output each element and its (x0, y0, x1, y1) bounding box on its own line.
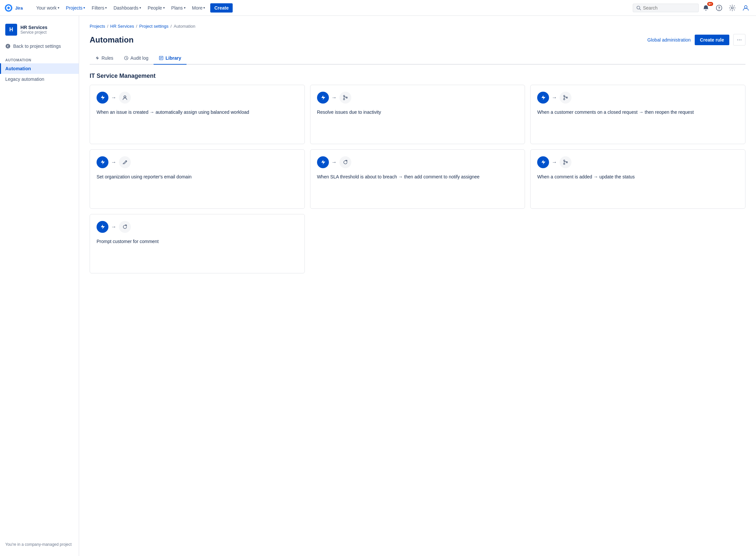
project-type: Service project (21, 30, 47, 35)
nav-filters[interactable]: Filters ▾ (89, 4, 109, 12)
card-set-organization[interactable]: → Set organization using reporter's emai… (90, 149, 305, 209)
card-resolve-inactivity[interactable]: → Resolve issues due to inactivity (310, 85, 525, 144)
search-icon (636, 6, 641, 10)
breadcrumb-project-settings[interactable]: Project settings (139, 24, 168, 29)
tab-audit-log[interactable]: Audit log (119, 52, 154, 65)
profile-icon (742, 4, 749, 11)
bolt-icon-blue (537, 92, 549, 104)
sidebar-item-legacy-automation[interactable]: Legacy automation (0, 74, 79, 84)
tabs: Rules Audit log Library (90, 52, 746, 65)
bolt-icon (95, 56, 100, 60)
svg-text:Jira: Jira (15, 6, 23, 10)
chevron-icon: ▾ (105, 6, 107, 9)
breadcrumb-projects[interactable]: Projects (90, 24, 105, 29)
back-icon (5, 43, 10, 49)
cards-grid: → When an issue is created → automatical… (90, 85, 746, 273)
svg-point-6 (731, 7, 733, 9)
jira-logo[interactable]: Jira (4, 3, 30, 12)
card-prompt-customer[interactable]: → Prompt customer for comment (90, 214, 305, 273)
back-to-settings[interactable]: Back to project settings (0, 41, 79, 51)
page-header: Automation Global administration Create … (90, 34, 746, 45)
breadcrumb: Projects / HR Services / Project setting… (90, 24, 746, 29)
pen-icon (119, 156, 131, 168)
help-button[interactable]: ? (713, 3, 725, 12)
svg-point-8 (6, 44, 10, 48)
project-header: H HR Services Service project (0, 21, 79, 41)
page-actions: Global administration Create rule ··· (647, 34, 746, 45)
branch-icon-2 (560, 92, 571, 104)
search-input[interactable] (643, 5, 689, 10)
more-options-button[interactable]: ··· (733, 34, 746, 45)
create-rule-button[interactable]: Create rule (695, 35, 729, 45)
sidebar-footer: You're in a company-managed project (0, 538, 79, 551)
svg-point-13 (343, 99, 345, 100)
svg-line-3 (640, 8, 641, 10)
chevron-icon: ▾ (203, 6, 205, 9)
bolt-icon-blue (97, 156, 108, 168)
nav-plans[interactable]: Plans ▾ (169, 4, 188, 12)
main-content: Projects / HR Services / Project setting… (79, 16, 756, 556)
tab-library[interactable]: Library (154, 52, 186, 65)
bolt-icon-blue (97, 92, 108, 104)
chevron-icon: ▾ (83, 6, 85, 9)
svg-text:?: ? (718, 6, 720, 10)
create-button[interactable]: Create (210, 3, 233, 12)
svg-point-19 (564, 163, 565, 165)
svg-point-7 (745, 6, 747, 8)
card-text: Prompt customer for comment (97, 238, 298, 245)
card-text: When an issue is created → automatically… (97, 109, 298, 116)
tab-rules[interactable]: Rules (90, 52, 119, 65)
nav-more[interactable]: More ▾ (189, 4, 208, 12)
branch-icon (339, 92, 351, 104)
card-text: When a comment is added → update the sta… (537, 173, 739, 180)
profile-button[interactable] (740, 3, 752, 13)
branch-icon-3 (560, 156, 571, 168)
card-text: Resolve issues due to inactivity (317, 109, 518, 116)
gear-icon (729, 5, 735, 11)
svg-point-11 (124, 96, 126, 98)
chevron-icon: ▾ (140, 6, 141, 9)
card-comment-added-status[interactable]: → When a comment is added → update the s… (530, 149, 746, 209)
notifications[interactable]: 9+ (700, 3, 712, 12)
chevron-icon: ▾ (58, 6, 59, 9)
card-customer-comments-reopen[interactable]: → When a customer comments on a closed r… (530, 85, 746, 144)
breadcrumb-current: Automation (174, 24, 195, 29)
card-sla-threshold[interactable]: → When SLA threshold is about to breach … (310, 149, 525, 209)
sidebar: H HR Services Service project Back to pr… (0, 16, 79, 556)
bolt-icon-blue (317, 156, 329, 168)
settings-button[interactable] (726, 3, 738, 12)
chevron-icon: ▾ (163, 6, 165, 9)
svg-point-16 (564, 99, 565, 100)
refresh-icon-2 (119, 221, 131, 233)
card-issue-created[interactable]: → When an issue is created → automatical… (90, 85, 305, 144)
card-text: Set organization using reporter's email … (97, 173, 298, 180)
section-title: IT Service Management (90, 73, 746, 79)
bolt-icon-blue (537, 156, 549, 168)
search-bar[interactable] (633, 4, 698, 12)
app-layout: H HR Services Service project Back to pr… (0, 16, 756, 556)
nav-people[interactable]: People ▾ (145, 4, 167, 12)
person-icon (119, 92, 131, 104)
nav-projects[interactable]: Projects ▾ (63, 4, 88, 12)
global-admin-link[interactable]: Global administration (647, 37, 691, 42)
top-nav: Jira Your work ▾ Projects ▾ Filters ▾ Da… (0, 0, 756, 16)
notification-badge: 9+ (707, 2, 713, 6)
clock-icon (124, 56, 128, 60)
sidebar-section-label: AUTOMATION (0, 56, 79, 63)
nav-your-work[interactable]: Your work ▾ (34, 4, 62, 12)
card-text: When a customer comments on a closed req… (537, 109, 739, 116)
bolt-icon-blue (97, 221, 108, 233)
library-icon (159, 56, 163, 60)
nav-dashboards[interactable]: Dashboards ▾ (111, 4, 144, 12)
refresh-icon (339, 156, 351, 168)
jira-wordmark: Jira (15, 5, 30, 10)
page-title: Automation (90, 35, 134, 44)
card-text: When SLA threshold is about to breach → … (317, 173, 518, 180)
sidebar-item-automation[interactable]: Automation (0, 63, 79, 74)
project-avatar: H (5, 24, 17, 36)
help-icon: ? (716, 5, 722, 11)
bolt-icon-blue (317, 92, 329, 104)
chevron-icon: ▾ (184, 6, 186, 9)
project-name: HR Services (21, 25, 47, 30)
breadcrumb-hr-services[interactable]: HR Services (110, 24, 134, 29)
